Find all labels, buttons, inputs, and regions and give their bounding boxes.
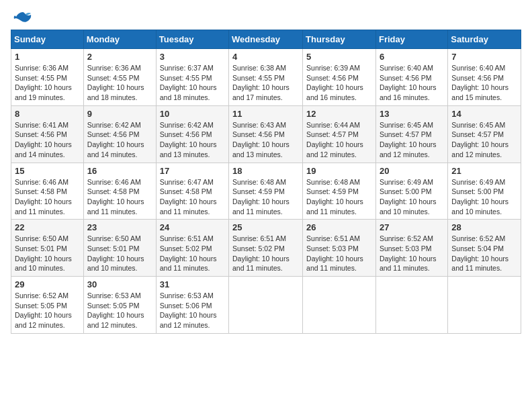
sunrise-label: Sunrise: 6:52 AM <box>380 234 433 242</box>
sunset-label: Sunset: 4:55 PM <box>160 74 212 82</box>
calendar-day-cell: 15 Sunrise: 6:46 AM Sunset: 4:58 PM Dayl… <box>11 163 84 220</box>
calendar-day-cell: 14 Sunrise: 6:45 AM Sunset: 4:57 PM Dayl… <box>448 105 521 163</box>
day-info: Sunrise: 6:48 AM Sunset: 4:59 PM Dayligh… <box>232 177 299 217</box>
sunrise-label: Sunrise: 6:45 AM <box>451 121 505 129</box>
day-number: 7 <box>451 52 517 62</box>
sunrise-label: Sunrise: 6:51 AM <box>160 234 214 242</box>
calendar-day-cell: 17 Sunrise: 6:47 AM Sunset: 4:58 PM Dayl… <box>156 163 228 220</box>
daylight-label: Daylight: 10 hours and 11 minutes. <box>380 255 437 273</box>
sunrise-label: Sunrise: 6:49 AM <box>380 178 433 186</box>
sunrise-label: Sunrise: 6:48 AM <box>232 178 286 186</box>
calendar-day-cell: 26 Sunrise: 6:51 AM Sunset: 5:03 PM Dayl… <box>303 220 376 277</box>
sunrise-label: Sunrise: 6:49 AM <box>451 178 505 186</box>
daylight-label: Daylight: 10 hours and 11 minutes. <box>232 197 290 216</box>
calendar-day-cell: 2 Sunrise: 6:36 AM Sunset: 4:55 PM Dayli… <box>83 49 156 106</box>
page-header <box>11 11 521 24</box>
sunrise-label: Sunrise: 6:53 AM <box>160 291 214 300</box>
calendar-header-tuesday: Tuesday <box>156 30 228 49</box>
sunset-label: Sunset: 4:55 PM <box>15 74 67 82</box>
day-number: 28 <box>451 222 517 232</box>
daylight-label: Daylight: 10 hours and 12 minutes. <box>87 311 144 329</box>
sunset-label: Sunset: 4:59 PM <box>306 187 359 195</box>
day-info: Sunrise: 6:36 AM Sunset: 4:55 PM Dayligh… <box>15 63 80 103</box>
calendar-header-saturday: Saturday <box>448 30 521 49</box>
daylight-label: Daylight: 10 hours and 15 minutes. <box>451 83 508 101</box>
sunset-label: Sunset: 4:56 PM <box>451 74 504 82</box>
daylight-label: Daylight: 10 hours and 11 minutes. <box>306 255 363 273</box>
sunset-label: Sunset: 4:56 PM <box>232 130 285 138</box>
day-info: Sunrise: 6:52 AM Sunset: 5:04 PM Dayligh… <box>451 234 517 273</box>
sunset-label: Sunset: 4:58 PM <box>15 187 67 195</box>
calendar-day-cell: 16 Sunrise: 6:46 AM Sunset: 4:58 PM Dayl… <box>83 163 156 220</box>
day-info: Sunrise: 6:49 AM Sunset: 5:00 PM Dayligh… <box>451 177 517 217</box>
sunrise-label: Sunrise: 6:46 AM <box>15 178 69 186</box>
sunrise-label: Sunrise: 6:47 AM <box>160 178 214 186</box>
day-info: Sunrise: 6:52 AM Sunset: 5:03 PM Dayligh… <box>380 234 444 273</box>
calendar-day-cell: 4 Sunrise: 6:38 AM Sunset: 4:55 PM Dayli… <box>229 49 303 106</box>
sunrise-label: Sunrise: 6:52 AM <box>15 291 69 300</box>
day-number: 27 <box>380 222 444 232</box>
day-info: Sunrise: 6:53 AM Sunset: 5:05 PM Dayligh… <box>87 291 152 330</box>
day-info: Sunrise: 6:40 AM Sunset: 4:56 PM Dayligh… <box>451 63 517 103</box>
calendar-day-cell: 5 Sunrise: 6:39 AM Sunset: 4:56 PM Dayli… <box>303 49 376 106</box>
day-number: 4 <box>232 52 299 62</box>
calendar-day-cell: 21 Sunrise: 6:49 AM Sunset: 5:00 PM Dayl… <box>448 163 521 220</box>
sunrise-label: Sunrise: 6:42 AM <box>160 121 214 129</box>
calendar-day-cell: 7 Sunrise: 6:40 AM Sunset: 4:56 PM Dayli… <box>448 49 521 106</box>
daylight-label: Daylight: 10 hours and 11 minutes. <box>306 197 363 216</box>
day-info: Sunrise: 6:41 AM Sunset: 4:56 PM Dayligh… <box>15 120 80 160</box>
daylight-label: Daylight: 10 hours and 11 minutes. <box>160 197 217 216</box>
daylight-label: Daylight: 10 hours and 16 minutes. <box>380 83 437 101</box>
daylight-label: Daylight: 10 hours and 13 minutes. <box>160 140 217 158</box>
calendar-header-thursday: Thursday <box>303 30 376 49</box>
calendar-day-cell: 28 Sunrise: 6:52 AM Sunset: 5:04 PM Dayl… <box>448 220 521 277</box>
calendar-header-wednesday: Wednesday <box>229 30 303 49</box>
sunset-label: Sunset: 5:04 PM <box>451 244 504 253</box>
day-info: Sunrise: 6:40 AM Sunset: 4:56 PM Dayligh… <box>380 63 444 103</box>
calendar-day-cell: 3 Sunrise: 6:37 AM Sunset: 4:55 PM Dayli… <box>156 49 228 106</box>
sunrise-label: Sunrise: 6:40 AM <box>451 64 505 72</box>
sunrise-label: Sunrise: 6:40 AM <box>380 64 433 72</box>
day-number: 26 <box>306 222 372 232</box>
sunset-label: Sunset: 4:55 PM <box>87 74 140 82</box>
calendar-day-cell <box>448 277 521 334</box>
daylight-label: Daylight: 10 hours and 11 minutes. <box>232 255 290 273</box>
day-number: 13 <box>380 109 444 119</box>
day-number: 19 <box>306 166 372 176</box>
day-info: Sunrise: 6:44 AM Sunset: 4:57 PM Dayligh… <box>306 120 372 160</box>
calendar-day-cell: 29 Sunrise: 6:52 AM Sunset: 5:05 PM Dayl… <box>11 277 84 334</box>
sunrise-label: Sunrise: 6:50 AM <box>87 234 141 242</box>
calendar-week-row: 22 Sunrise: 6:50 AM Sunset: 5:01 PM Dayl… <box>11 220 521 277</box>
daylight-label: Daylight: 10 hours and 12 minutes. <box>160 311 217 329</box>
daylight-label: Daylight: 10 hours and 16 minutes. <box>306 83 363 101</box>
calendar-header-sunday: Sunday <box>11 30 84 49</box>
day-info: Sunrise: 6:49 AM Sunset: 5:00 PM Dayligh… <box>380 177 444 217</box>
daylight-label: Daylight: 10 hours and 10 minutes. <box>380 197 437 216</box>
day-number: 9 <box>87 109 152 119</box>
day-number: 6 <box>380 52 444 62</box>
sunrise-label: Sunrise: 6:44 AM <box>306 121 360 129</box>
calendar-week-row: 8 Sunrise: 6:41 AM Sunset: 4:56 PM Dayli… <box>11 105 521 163</box>
calendar-day-cell: 22 Sunrise: 6:50 AM Sunset: 5:01 PM Dayl… <box>11 220 84 277</box>
day-number: 21 <box>451 166 517 176</box>
calendar-week-row: 1 Sunrise: 6:36 AM Sunset: 4:55 PM Dayli… <box>11 49 521 106</box>
day-info: Sunrise: 6:50 AM Sunset: 5:01 PM Dayligh… <box>15 234 80 273</box>
daylight-label: Daylight: 10 hours and 10 minutes. <box>87 255 144 273</box>
sunrise-label: Sunrise: 6:36 AM <box>87 64 141 72</box>
day-info: Sunrise: 6:53 AM Sunset: 5:06 PM Dayligh… <box>160 291 225 330</box>
day-number: 1 <box>15 52 80 62</box>
day-number: 8 <box>15 109 80 119</box>
sunrise-label: Sunrise: 6:53 AM <box>87 291 141 300</box>
sunset-label: Sunset: 4:58 PM <box>87 187 140 195</box>
calendar-day-cell: 25 Sunrise: 6:51 AM Sunset: 5:02 PM Dayl… <box>229 220 303 277</box>
calendar-day-cell: 31 Sunrise: 6:53 AM Sunset: 5:06 PM Dayl… <box>156 277 228 334</box>
sunset-label: Sunset: 5:05 PM <box>87 302 140 310</box>
day-number: 24 <box>160 222 225 232</box>
day-number: 5 <box>306 52 372 62</box>
sunset-label: Sunset: 4:56 PM <box>15 130 67 138</box>
calendar-day-cell: 23 Sunrise: 6:50 AM Sunset: 5:01 PM Dayl… <box>83 220 156 277</box>
sunset-label: Sunset: 5:00 PM <box>380 187 432 195</box>
day-number: 30 <box>87 279 152 289</box>
calendar-day-cell <box>375 277 447 334</box>
day-number: 15 <box>15 166 80 176</box>
